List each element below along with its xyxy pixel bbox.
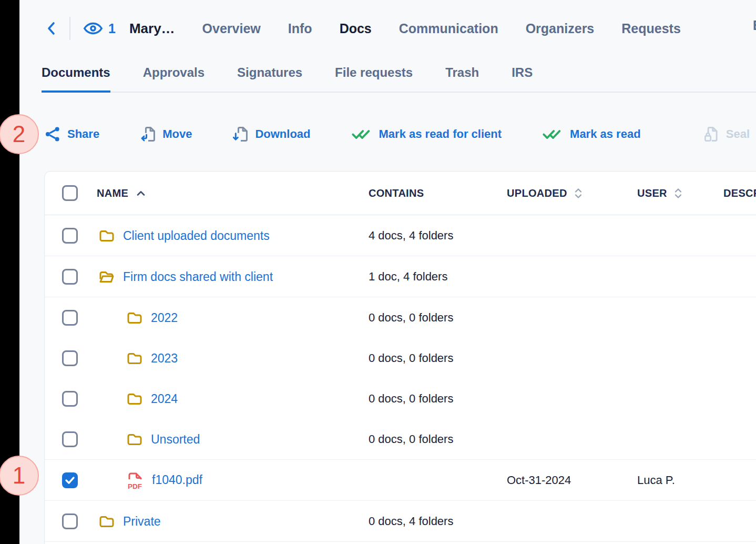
seal-lock-icon bbox=[704, 126, 720, 143]
annotation-circle-2: 2 bbox=[0, 114, 39, 154]
row-checkbox[interactable] bbox=[62, 513, 78, 529]
check-icon bbox=[65, 476, 75, 485]
tab-overview[interactable]: Overview bbox=[202, 21, 261, 36]
annotation-circle-1: 1 bbox=[0, 456, 39, 496]
tab-organizers[interactable]: Organizers bbox=[526, 21, 595, 36]
folder-name-link[interactable]: 2023 bbox=[151, 351, 178, 365]
tab-info[interactable]: Info bbox=[288, 21, 312, 36]
row-contains: 0 docs, 0 folders bbox=[369, 392, 453, 406]
top-navigation: 1 Mary… Overview Info Docs Communication… bbox=[46, 16, 681, 41]
table-row[interactable]: 2022 0 docs, 0 folders bbox=[45, 297, 756, 338]
table-row[interactable]: Unsorted 0 docs, 0 folders bbox=[45, 419, 756, 460]
select-all-checkbox[interactable] bbox=[62, 185, 78, 201]
row-checkbox[interactable] bbox=[62, 228, 78, 244]
row-contains: 4 docs, 4 folders bbox=[369, 229, 453, 243]
file-name-link[interactable]: f1040.pdf bbox=[152, 473, 202, 487]
documents-table: NAME CONTAINS UPLOADED USER DESCRIPTION bbox=[44, 171, 756, 544]
sort-icon[interactable] bbox=[575, 188, 582, 198]
table-header-row: NAME CONTAINS UPLOADED USER DESCRIPTION bbox=[45, 172, 756, 215]
seal-button[interactable]: Seal bbox=[704, 126, 750, 143]
double-check-icon bbox=[352, 128, 373, 140]
column-header-uploaded[interactable]: UPLOADED bbox=[507, 187, 567, 199]
folder-icon bbox=[127, 311, 142, 325]
row-checkbox[interactable] bbox=[62, 269, 78, 285]
tab-communication[interactable]: Communication bbox=[399, 21, 498, 36]
folder-icon bbox=[127, 351, 142, 365]
annotation-number: 2 bbox=[13, 121, 25, 147]
folder-name-link[interactable]: 2022 bbox=[151, 310, 178, 325]
row-checkbox[interactable] bbox=[62, 310, 78, 326]
mark-as-read-button[interactable]: Mark as read bbox=[543, 127, 641, 141]
back-button[interactable] bbox=[46, 21, 57, 36]
double-check-icon bbox=[543, 128, 564, 140]
move-icon bbox=[140, 126, 156, 143]
tab-requests[interactable]: Requests bbox=[621, 21, 681, 36]
download-label: Download bbox=[255, 127, 310, 141]
folder-icon bbox=[127, 432, 142, 446]
mark-as-read-for-client-button[interactable]: Mark as read for client bbox=[352, 127, 502, 141]
row-uploaded: Oct-31-2024 bbox=[507, 474, 571, 487]
folder-icon bbox=[99, 515, 115, 528]
move-label: Move bbox=[162, 127, 192, 141]
share-icon bbox=[44, 126, 61, 143]
mark-as-read-label: Mark as read bbox=[570, 127, 641, 141]
client-name[interactable]: Mary… bbox=[129, 21, 175, 37]
sort-ascending-icon[interactable] bbox=[137, 190, 145, 196]
folder-icon bbox=[99, 229, 115, 243]
download-icon bbox=[233, 126, 249, 143]
row-contains: 0 docs, 4 folders bbox=[369, 515, 453, 528]
row-contains: 1 doc, 4 folders bbox=[369, 270, 447, 284]
eye-icon bbox=[83, 22, 103, 35]
share-label: Share bbox=[67, 127, 99, 141]
folder-name-link[interactable]: Private bbox=[123, 514, 161, 528]
subtab-approvals[interactable]: Approvals bbox=[143, 65, 205, 93]
docs-subtabs: Documents Approvals Signatures File requ… bbox=[42, 65, 533, 93]
folder-icon bbox=[127, 392, 142, 406]
subtab-documents[interactable]: Documents bbox=[42, 65, 110, 93]
move-button[interactable]: Move bbox=[140, 126, 192, 143]
mark-as-read-for-client-label: Mark as read for client bbox=[379, 127, 502, 141]
views-indicator[interactable]: 1 bbox=[83, 21, 116, 36]
download-button[interactable]: Download bbox=[233, 126, 310, 143]
subtab-signatures[interactable]: Signatures bbox=[237, 65, 302, 93]
row-checkbox-checked[interactable] bbox=[62, 472, 78, 488]
tab-billing-partial[interactable]: Billing bbox=[753, 18, 756, 33]
pdf-file-icon: PDF bbox=[127, 471, 144, 490]
divider bbox=[69, 17, 70, 40]
seal-label: Seal bbox=[726, 127, 750, 141]
row-contains: 0 docs, 0 folders bbox=[369, 351, 453, 365]
table-row[interactable]: 2023 0 docs, 0 folders bbox=[45, 338, 756, 378]
table-row-selected[interactable]: PDF f1040.pdf Oct-31-2024 Luca P. bbox=[45, 460, 756, 501]
row-contains: 0 docs, 0 folders bbox=[369, 432, 453, 446]
subtab-trash[interactable]: Trash bbox=[445, 65, 479, 93]
svg-text:PDF: PDF bbox=[128, 482, 142, 490]
folder-name-link[interactable]: Client uploaded documents bbox=[123, 228, 270, 243]
documents-toolbar: Share Move Download Mark as read for cli… bbox=[44, 122, 756, 146]
folder-name-link[interactable]: Firm docs shared with client bbox=[123, 269, 273, 284]
chevron-left-icon bbox=[46, 21, 57, 36]
table-row[interactable]: Client uploaded documents 4 docs, 4 fold… bbox=[45, 215, 756, 256]
column-header-user[interactable]: USER bbox=[637, 187, 667, 199]
table-row[interactable]: Firm docs shared with client 1 doc, 4 fo… bbox=[45, 256, 756, 297]
table-row[interactable]: 2024 0 docs, 0 folders bbox=[45, 378, 756, 419]
subtab-irs[interactable]: IRS bbox=[512, 65, 533, 93]
folder-open-icon bbox=[99, 270, 115, 284]
row-checkbox[interactable] bbox=[62, 350, 78, 366]
column-header-name[interactable]: NAME bbox=[97, 187, 128, 199]
subtab-file-requests[interactable]: File requests bbox=[335, 65, 413, 93]
row-checkbox[interactable] bbox=[62, 431, 78, 447]
column-header-description: DESCRIPTION bbox=[723, 187, 756, 199]
row-contains: 0 docs, 0 folders bbox=[369, 311, 453, 325]
view-count: 1 bbox=[108, 21, 116, 36]
row-checkbox[interactable] bbox=[62, 391, 78, 407]
share-button[interactable]: Share bbox=[44, 126, 99, 143]
annotation-number: 1 bbox=[13, 462, 25, 489]
column-header-contains: CONTAINS bbox=[369, 187, 424, 199]
tab-docs[interactable]: Docs bbox=[340, 21, 372, 36]
row-user: Luca P. bbox=[637, 474, 675, 487]
client-tabs: Overview Info Docs Communication Organiz… bbox=[202, 21, 681, 36]
sort-icon[interactable] bbox=[675, 188, 682, 198]
table-row[interactable]: Private 0 docs, 4 folders bbox=[45, 501, 756, 542]
folder-name-link[interactable]: Unsorted bbox=[151, 432, 200, 446]
folder-name-link[interactable]: 2024 bbox=[151, 391, 178, 406]
